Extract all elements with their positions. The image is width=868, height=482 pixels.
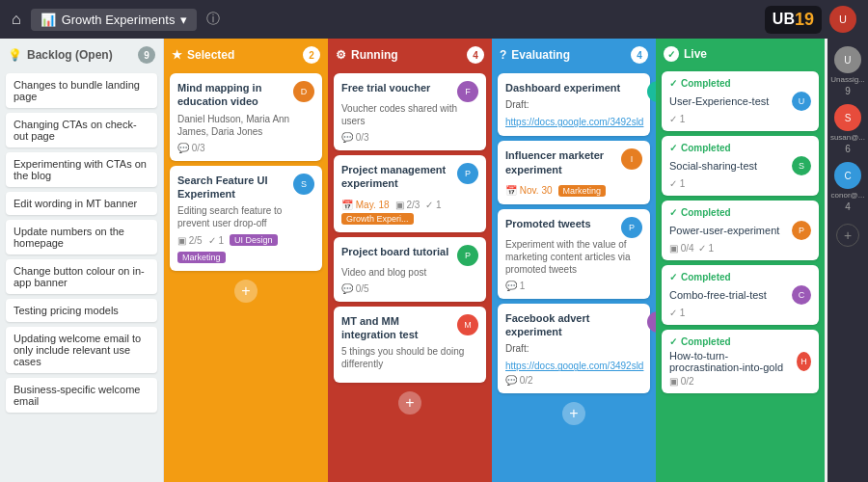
- column-backlog-header: 💡 Backlog (Open) 9: [0, 39, 163, 69]
- add-user-button[interactable]: +: [836, 224, 859, 247]
- card[interactable]: Influencer marketer experiment I 📅 Nov. …: [498, 141, 650, 204]
- card[interactable]: Search Feature UI Experiment S Editing s…: [170, 166, 322, 272]
- watermark-brand: B: [783, 11, 795, 28]
- avatar: S: [834, 104, 861, 131]
- card-title: Project management experiment: [341, 163, 453, 191]
- add-card-button[interactable]: +: [398, 391, 421, 415]
- card-subtitle: Experiment with the value of marketing c…: [505, 238, 642, 276]
- avatar: U: [834, 46, 861, 73]
- list-item[interactable]: Changes to bundle landing page: [6, 73, 157, 108]
- live-title: How-to-turn-procrastination-into-gold: [669, 350, 797, 373]
- sidebar-user-conor[interactable]: C conor@... 4: [831, 162, 865, 212]
- list-item[interactable]: Edit wording in MT banner: [6, 192, 157, 215]
- check-icon: ✓: [669, 272, 677, 282]
- column-selected-header: ★ Selected 2: [164, 39, 328, 69]
- tag-marketing: Marketing: [177, 252, 226, 263]
- live-item[interactable]: ✓ Completed Power-user-experiment P ▣ 0/…: [662, 201, 819, 260]
- list-item[interactable]: Change button colour on in-app banner: [6, 259, 157, 294]
- card-draft: Draft:: [505, 342, 643, 355]
- backlog-badge: 9: [138, 46, 155, 64]
- list-item[interactable]: Business-specific welcome email: [6, 378, 157, 413]
- topbar-avatar[interactable]: U: [829, 6, 856, 33]
- running-badge: 4: [467, 46, 484, 64]
- sidebar-user-label: conor@...: [831, 191, 865, 200]
- home-icon[interactable]: ⌂: [12, 11, 21, 28]
- backlog-icon: 💡: [8, 48, 22, 62]
- meta-check: ✓ 1: [425, 200, 441, 210]
- column-evaluating: ? Evaluating 4 Dashboard experiment Draf…: [492, 39, 656, 482]
- card-title: Project board tutorial: [341, 245, 448, 258]
- tag-growth: Growth Experi...: [341, 213, 414, 225]
- live-item[interactable]: ✓ Completed How-to-turn-procrastination-…: [662, 330, 819, 393]
- card[interactable]: Project board tutorial P Video and blog …: [334, 237, 486, 302]
- info-icon[interactable]: ⓘ: [206, 11, 220, 28]
- avatar: C: [834, 162, 861, 189]
- completed-badge: ✓ Completed: [669, 336, 811, 347]
- avatar: P: [792, 221, 811, 240]
- meta-progress: 💬 0/5: [341, 283, 369, 294]
- card-subtitle: Editing search feature to prevent user d…: [177, 204, 314, 229]
- card-link[interactable]: https://docs.google.com/3492sld: [505, 361, 643, 371]
- live-title: Social-sharing-test: [669, 160, 757, 172]
- meta-check: ✓ 1: [669, 308, 685, 318]
- check-icon: ✓: [669, 336, 677, 347]
- meta-progress: ▣ 2/3: [395, 200, 420, 210]
- card-title: MT and MM integration test: [341, 314, 453, 342]
- meta-comment: 💬 1: [505, 281, 525, 291]
- live-item[interactable]: ✓ Completed Combo-free-trial-test C ✓ 1: [662, 265, 819, 325]
- list-item[interactable]: Changing CTAs on check-out page: [6, 113, 157, 147]
- card-subtitle: Voucher codes shared with users: [341, 102, 478, 127]
- card[interactable]: Dashboard experiment Draft: https://docs…: [498, 73, 650, 136]
- avatar: P: [621, 217, 642, 238]
- selected-list: Mind mapping in education video D Daniel…: [164, 69, 328, 482]
- card[interactable]: MT and MM integration test M 5 things yo…: [334, 307, 486, 384]
- card-subtitle: Daniel Hudson, Maria Ann James, Daria Jo…: [177, 113, 314, 138]
- card-title: Promoted tweets: [505, 217, 591, 230]
- meta-date: 📅 Nov. 30: [505, 185, 553, 196]
- meta-progress: 💬 0/2: [505, 375, 533, 386]
- live-title: Power-user-experiment: [669, 225, 779, 236]
- live-item[interactable]: ✓ Completed User-Experience-test U ✓ 1: [662, 71, 819, 131]
- meta-progress: ▣ 2/5: [177, 235, 203, 246]
- sidebar-user-unassigned[interactable]: U Unassig... 9: [830, 46, 865, 96]
- card[interactable]: Project management experiment P 📅 May. 1…: [334, 155, 486, 232]
- project-title[interactable]: 📊 Growth Experiments ▾: [31, 9, 198, 31]
- avatar: P: [457, 163, 478, 184]
- card-draft: Draft:: [505, 98, 643, 111]
- add-card-button[interactable]: +: [562, 402, 585, 425]
- live-check-icon: ✓: [664, 46, 679, 62]
- list-item[interactable]: Update numbers on the homepage: [6, 220, 157, 254]
- column-evaluating-header: ? Evaluating 4: [492, 39, 656, 69]
- meta-progress: 💬 0/3: [177, 143, 205, 153]
- list-item[interactable]: Testing pricing models: [6, 299, 157, 322]
- project-name: Growth Experiments: [62, 13, 176, 27]
- avatar: P: [457, 245, 478, 266]
- list-item[interactable]: Experimenting with CTAs on the blog: [6, 152, 157, 187]
- watermark: U B 19: [765, 6, 822, 34]
- live-item[interactable]: ✓ Completed Social-sharing-test S ✓ 1: [662, 136, 819, 196]
- card[interactable]: Facebook advert experiment Draft: https:…: [498, 304, 650, 394]
- backlog-list: Changes to bundle landing page Changing …: [0, 69, 163, 482]
- meta-check: ✓ 1: [698, 243, 714, 254]
- meta-progress: ▣ 0/4: [669, 243, 694, 254]
- completed-badge: ✓ Completed: [669, 143, 811, 153]
- avatar: F: [647, 311, 656, 333]
- card[interactable]: Mind mapping in education video D Daniel…: [170, 73, 322, 161]
- column-backlog: 💡 Backlog (Open) 9 Changes to bundle lan…: [0, 39, 164, 482]
- sidebar-user-label: Unassig...: [830, 75, 865, 84]
- evaluating-list: Dashboard experiment Draft: https://docs…: [492, 69, 656, 482]
- evaluating-icon: ?: [500, 48, 506, 62]
- sidebar-user-susan[interactable]: S susan@... 6: [830, 104, 865, 154]
- check-icon: ✓: [669, 207, 677, 218]
- completed-badge: ✓ Completed: [669, 78, 811, 89]
- tag-uidesign: UI Design: [230, 234, 278, 246]
- avatar: H: [797, 352, 811, 371]
- card[interactable]: Free trial voucher F Voucher codes share…: [334, 73, 486, 150]
- card[interactable]: Promoted tweets P Experiment with the va…: [498, 209, 650, 299]
- card-title: Dashboard experiment: [505, 81, 643, 94]
- add-card-button[interactable]: +: [234, 280, 258, 303]
- sidebar-user-count: 9: [845, 86, 851, 96]
- live-title: User-Experience-test: [669, 95, 769, 107]
- list-item[interactable]: Updating welcome email to only include r…: [6, 327, 157, 373]
- card-link[interactable]: https://docs.google.com/3492sld: [505, 117, 643, 127]
